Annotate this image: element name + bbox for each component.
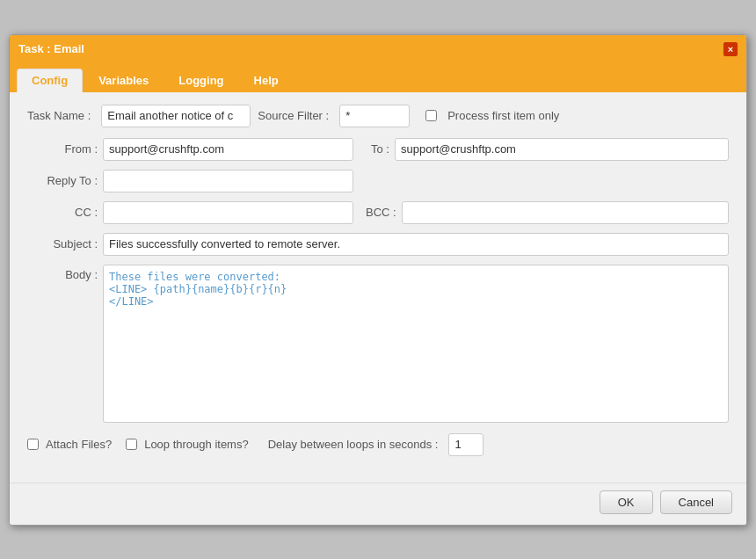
cc-bcc-row: CC : BCC : — [27, 201, 729, 224]
ok-button[interactable]: OK — [600, 490, 653, 514]
delay-label: Delay between loops in seconds : — [268, 438, 439, 451]
reply-to-row: Reply To : — [27, 170, 729, 192]
task-name-label: Task Name : — [27, 109, 91, 122]
close-button[interactable]: × — [723, 42, 738, 56]
source-filter-label: Source Filter : — [258, 109, 329, 122]
cc-label: CC : — [27, 206, 98, 219]
reply-to-input[interactable] — [103, 170, 353, 192]
task-name-input[interactable] — [101, 105, 251, 127]
from-input[interactable] — [103, 138, 353, 161]
body-textarea[interactable]: These files were converted: <LINE> {path… — [103, 265, 729, 423]
subject-input[interactable] — [103, 233, 729, 256]
loop-through-label: Loop through items? — [144, 438, 249, 451]
footer: OK Cancel — [10, 483, 746, 525]
from-label: From : — [27, 142, 98, 156]
body-row: Body : These files were converted: <LINE… — [27, 265, 729, 423]
tab-logging[interactable]: Logging — [164, 69, 237, 92]
body-label: Body : — [27, 265, 98, 281]
process-first-checkbox[interactable] — [425, 110, 437, 121]
tab-help[interactable]: Help — [240, 69, 293, 92]
window-title: Task : Email — [18, 42, 84, 55]
to-label: To : — [371, 142, 389, 156]
source-filter-input[interactable] — [339, 105, 410, 127]
bottom-options-row: Attach Files? Loop through items? Delay … — [27, 433, 729, 456]
cancel-button[interactable]: Cancel — [660, 490, 732, 514]
content-area: Task Name : Source Filter : Process firs… — [10, 92, 746, 483]
bcc-label: BCC : — [366, 206, 396, 219]
subject-row: Subject : — [27, 233, 729, 256]
subject-label: Subject : — [27, 237, 98, 250]
reply-to-label: Reply To : — [27, 174, 98, 187]
tab-bar: Config Variables Logging Help — [10, 63, 746, 92]
bcc-input[interactable] — [402, 201, 729, 224]
dialog: Task : Email × Config Variables Logging … — [9, 34, 747, 526]
tab-config[interactable]: Config — [17, 69, 83, 92]
task-name-row: Task Name : Source Filter : Process firs… — [27, 105, 729, 127]
title-bar: Task : Email × — [10, 35, 746, 63]
process-first-label: Process first item only — [447, 109, 559, 122]
to-input[interactable] — [395, 138, 729, 161]
attach-files-checkbox[interactable] — [27, 439, 39, 450]
delay-input[interactable] — [448, 433, 483, 456]
tab-variables[interactable]: Variables — [84, 69, 163, 92]
attach-files-label: Attach Files? — [46, 438, 112, 451]
loop-through-checkbox[interactable] — [126, 439, 137, 450]
from-to-row: From : To : — [27, 138, 729, 161]
cc-input[interactable] — [103, 201, 353, 224]
